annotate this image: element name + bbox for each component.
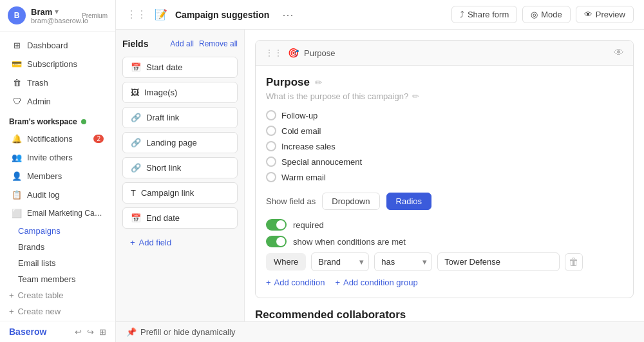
section-header: ⋮⋮ 🎯 Purpose 👁 — [256, 41, 633, 66]
condition-delete-button[interactable]: 🗑 — [565, 253, 583, 271]
required-label: required — [293, 220, 324, 230]
subtitle-text: What is the purpose of this campaign? — [266, 91, 408, 101]
drag-handle-icon[interactable]: ⋮⋮ — [265, 48, 283, 58]
sidebar-item-invite[interactable]: 👥 Invite others — [3, 148, 113, 166]
prefill-bar[interactable]: 📌 Prefill or hide dynamically — [116, 321, 644, 342]
sidebar-item-label: Invite others — [27, 153, 73, 162]
undo-icon[interactable]: ↩ — [75, 327, 82, 337]
purpose-section: ⋮⋮ 🎯 Purpose 👁 Purpose ✏ What is the pur… — [255, 40, 634, 298]
field-item-label: Image(s) — [144, 88, 177, 97]
sidebar-item-admin[interactable]: 🛡 Admin — [3, 92, 113, 110]
table-icon: ⬜ — [12, 208, 22, 218]
sidebar-footer-icons: ↩ ↪ ⊞ — [75, 327, 106, 337]
create-new-button[interactable]: + Create new — [0, 303, 115, 319]
share-icon: ⤴ — [460, 10, 464, 19]
mode-button[interactable]: ◎ Mode — [522, 6, 571, 23]
add-field-button[interactable]: + Add field — [122, 233, 238, 252]
more-options-button[interactable]: ⋯ — [277, 5, 299, 25]
add-condition-button[interactable]: + Add condition — [266, 278, 325, 287]
sidebar-subitem-email-lists[interactable]: Email lists — [0, 255, 115, 271]
prefill-icon: 📌 — [126, 327, 137, 337]
sidebar-item-notifications[interactable]: 🔔 Notifications 2 — [3, 129, 113, 147]
edit-icon[interactable]: ✏ — [315, 77, 323, 88]
field-item-landing-page[interactable]: 🔗 Landing page — [122, 132, 238, 153]
condition-operator-select[interactable]: has — [374, 252, 432, 271]
prefill-label: Prefill or hide dynamically — [140, 327, 235, 337]
add-field-label: Add field — [139, 238, 172, 247]
field-item-label: Draft link — [146, 113, 179, 122]
workspace-section-label: Bram's workspace — [9, 117, 77, 126]
drag-handle-icon[interactable]: ⋮⋮ — [126, 8, 147, 21]
add-all-link[interactable]: Add all — [170, 39, 194, 48]
radio-label: Follow-up — [281, 111, 317, 120]
plus-icon: + — [9, 290, 14, 300]
sidebar-item-trash[interactable]: 🗑 Trash — [3, 73, 113, 91]
condition-value-input[interactable] — [437, 252, 560, 271]
fields-links: Add all Remove all — [170, 39, 238, 48]
radios-type-button[interactable]: Radios — [386, 193, 431, 210]
section-title: Purpose — [304, 48, 609, 58]
page-title: Campaign suggestion — [175, 10, 269, 20]
section-body: Purpose ✏ What is the purpose of this ca… — [256, 66, 633, 298]
sidebar-item-label: Email Marketing Camp... — [27, 209, 104, 218]
radio-option-increase-sales[interactable]: Increase sales — [266, 141, 623, 151]
field-item-start-date[interactable]: 📅 Start date — [122, 57, 238, 78]
sidebar-subitem-team-members[interactable]: Team members — [0, 271, 115, 287]
fields-panel: Fields Add all Remove all 📅 Start date 🖼… — [116, 30, 245, 321]
hide-section-icon[interactable]: 👁 — [614, 47, 624, 59]
field-item-label: End date — [146, 213, 180, 223]
field-item-campaign-link[interactable]: T Campaign link — [122, 182, 238, 204]
recommended-section: Recommended collaborators *Optional — [255, 309, 634, 321]
remove-all-link[interactable]: Remove all — [199, 39, 238, 48]
sidebar-subitem-brands[interactable]: Brands — [0, 239, 115, 255]
fields-title: Fields — [122, 39, 148, 49]
plus-icon: + — [335, 278, 340, 287]
add-condition-label: Add condition — [274, 278, 325, 287]
redo-icon[interactable]: ↪ — [87, 327, 94, 337]
create-table-button[interactable]: + Create table — [0, 287, 115, 303]
add-condition-group-button[interactable]: + Add condition group — [335, 278, 417, 287]
field-item-end-date[interactable]: 📅 End date — [122, 207, 238, 229]
radio-option-warm-email[interactable]: Warm email — [266, 172, 623, 182]
sidebar-item-email-marketing[interactable]: ⬜ Email Marketing Camp... — [3, 204, 113, 222]
sidebar-subitem-label: Team members — [18, 274, 76, 284]
purpose-icon: 🎯 — [288, 48, 299, 58]
workspace-section-header: Bram's workspace — [0, 111, 115, 129]
required-toggle[interactable] — [266, 219, 287, 231]
link-icon: 🔗 — [131, 113, 141, 122]
toggle-knob — [276, 237, 285, 246]
subtitle-edit-icon[interactable]: ✏ — [412, 91, 419, 101]
field-item-draft-link[interactable]: 🔗 Draft link — [122, 107, 238, 128]
field-subtitle: What is the purpose of this campaign? ✏ — [266, 91, 623, 101]
sidebar-subitem-campaigns[interactable]: Campaigns — [0, 223, 115, 239]
plus-icon: + — [130, 238, 135, 247]
sidebar-item-subscriptions[interactable]: 💳 Subscriptions — [3, 55, 113, 73]
sidebar-nav: ⊞ Dashboard 💳 Subscriptions 🗑 Trash 🛡 Ad… — [0, 32, 115, 321]
form-icon: 📝 — [155, 8, 167, 21]
sidebar-item-dashboard[interactable]: ⊞ Dashboard — [3, 36, 113, 54]
condition-field-select[interactable]: Brand — [311, 252, 369, 271]
radio-option-follow-up[interactable]: Follow-up — [266, 110, 623, 120]
sidebar-item-audit-log[interactable]: 📋 Audit log — [3, 185, 113, 204]
show-when-label: show when conditions are met — [293, 237, 406, 247]
collapse-icon[interactable]: ⊞ — [99, 327, 106, 337]
field-item-label: Short link — [146, 163, 181, 173]
field-item-images[interactable]: 🖼 Image(s) — [122, 82, 238, 103]
radio-option-special[interactable]: Special annoucement — [266, 157, 623, 167]
sidebar-subitem-label: Email lists — [18, 258, 56, 268]
sidebar-item-members[interactable]: 👤 Members — [3, 167, 113, 185]
show-field-label: Show field as — [266, 196, 316, 206]
trash-icon: 🗑 — [12, 77, 22, 88]
field-item-short-link[interactable]: 🔗 Short link — [122, 157, 238, 178]
radio-option-cold-email[interactable]: Cold email — [266, 126, 623, 136]
condition-where-label: Where — [266, 253, 306, 271]
share-form-button[interactable]: ⤴ Share form — [451, 6, 517, 23]
audit-icon: 📋 — [12, 189, 22, 200]
sidebar-header: B Bram ▾ bram@baserow.io Premium — [0, 0, 115, 32]
image-icon: 🖼 — [131, 88, 139, 97]
show-when-toggle[interactable] — [266, 236, 287, 247]
preview-button[interactable]: 👁 Preview — [576, 6, 634, 23]
dropdown-type-button[interactable]: Dropdown — [322, 193, 379, 210]
users2-icon: 👤 — [12, 171, 22, 181]
shield-icon: 🛡 — [12, 96, 22, 106]
